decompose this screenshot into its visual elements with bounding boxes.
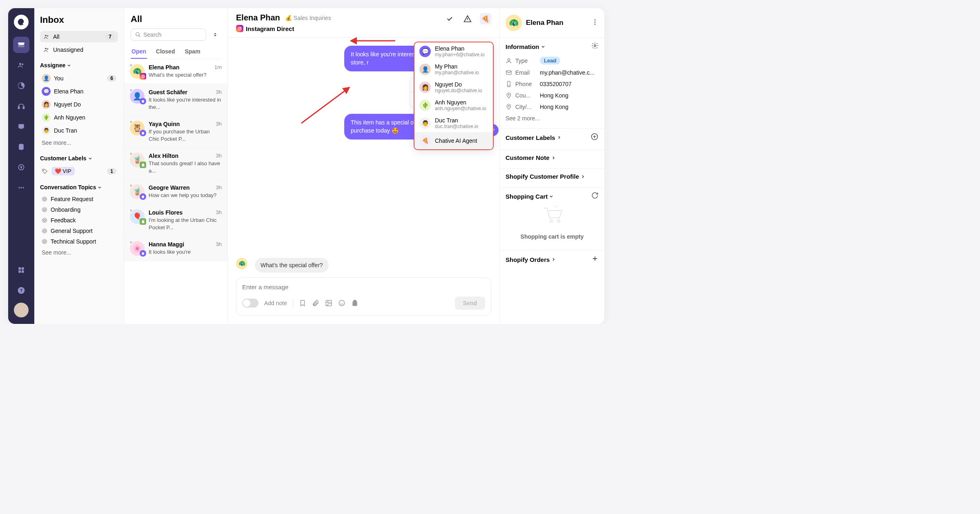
- add-order-button[interactable]: [591, 255, 599, 264]
- assignee-item[interactable]: 👨Duc Tran: [40, 124, 118, 137]
- nav-campaigns[interactable]: [13, 118, 29, 135]
- tab-closed[interactable]: Closed: [155, 45, 176, 59]
- nav-reports[interactable]: [13, 78, 29, 94]
- assignee-item[interactable]: 👩Nguyet Do: [40, 98, 118, 111]
- nav-inbox[interactable]: [13, 37, 29, 53]
- svg-point-20: [47, 48, 48, 49]
- nav-data[interactable]: [13, 139, 29, 155]
- conversation-item[interactable]: 🌸Hanna Maggi3hIt looks like you're: [124, 236, 227, 261]
- dropdown-item[interactable]: 🍕Chative AI Agent: [414, 132, 493, 149]
- inbox-scope-all[interactable]: All7: [40, 31, 118, 42]
- assignee-item[interactable]: 💬Elena Phan: [40, 85, 118, 98]
- dropdown-avatar: 👩: [419, 82, 431, 93]
- note-toggle[interactable]: [242, 299, 258, 308]
- labels-section[interactable]: Customer Labels: [506, 134, 561, 141]
- assign-agent-button[interactable]: 🍕: [480, 13, 491, 24]
- topic-item[interactable]: Onboarding: [40, 204, 118, 215]
- nav-headset[interactable]: [13, 98, 29, 114]
- conversation-item[interactable]: 👤Guest Schäfer3hIt looks like you're int…: [124, 84, 227, 116]
- nav-user-avatar[interactable]: [14, 303, 29, 317]
- assignee-section-title[interactable]: Assignee: [40, 62, 118, 69]
- search-input[interactable]: Search: [131, 29, 206, 41]
- image-icon[interactable]: [325, 299, 332, 307]
- svg-point-25: [42, 208, 47, 212]
- message-input[interactable]: [242, 284, 485, 290]
- inbox-scope-unassigned[interactable]: Unassigned: [40, 44, 118, 55]
- convlist-title: All: [131, 14, 221, 24]
- label-vip[interactable]: ❤️ VIP 1: [40, 165, 118, 177]
- info-see-more[interactable]: See 2 more...: [506, 113, 599, 124]
- nav-apps[interactable]: [13, 262, 29, 278]
- instagram-icon: [236, 25, 243, 32]
- contact-menu-button[interactable]: [591, 18, 599, 27]
- svg-rect-3: [18, 107, 20, 109]
- shopify-icon[interactable]: [351, 299, 359, 307]
- nav-help[interactable]: ?: [13, 282, 29, 299]
- conversation-item[interactable]: 🎈Louis Flores3hI'm looking at the Urban …: [124, 204, 227, 236]
- topics-section-title[interactable]: Conversation Topics: [40, 184, 118, 191]
- refresh-cart-button[interactable]: [591, 192, 599, 201]
- info-section-title[interactable]: Information: [506, 43, 545, 50]
- nav-more[interactable]: [13, 179, 29, 196]
- shopify-profile-section[interactable]: Shopify Customer Profile: [506, 173, 585, 180]
- topic-item[interactable]: General Support: [40, 226, 118, 236]
- svg-point-51: [508, 85, 509, 86]
- cart-section[interactable]: Shopping Cart: [506, 193, 553, 200]
- people-icon: [43, 33, 50, 40]
- contact-name: Elena Phan: [526, 19, 587, 27]
- info-settings-button[interactable]: [591, 42, 599, 51]
- app-logo[interactable]: [14, 15, 29, 29]
- chevron-right-icon: [581, 175, 585, 179]
- dropdown-item[interactable]: 🌵Anh Nguyenanh.nguyen@chative.io: [414, 96, 493, 114]
- svg-rect-5: [18, 124, 24, 128]
- conversation-item[interactable]: 🧋Alex Hilton3hThat sounds great! I also …: [124, 148, 227, 179]
- labels-section-title[interactable]: Customer Labels: [40, 155, 118, 162]
- sort-button[interactable]: [209, 29, 221, 40]
- assignee-item[interactable]: 🌵Anh Nguyen: [40, 111, 118, 124]
- svg-point-10: [22, 187, 24, 188]
- dropdown-item[interactable]: 💬Elena Phanmy.phan+6@chative.io: [414, 42, 493, 60]
- nav-automation[interactable]: [13, 159, 29, 175]
- svg-rect-14: [22, 270, 24, 273]
- topic-item[interactable]: Feature Request: [40, 194, 118, 204]
- nav-contacts[interactable]: [13, 57, 29, 73]
- dropdown-item[interactable]: 👤My Phanmy.phan@chative.io: [414, 60, 493, 78]
- chat-topic[interactable]: 💰Sales Inquiries: [285, 15, 331, 21]
- inbox-title: Inbox: [40, 15, 118, 25]
- bookmark-icon[interactable]: [299, 299, 306, 307]
- assignee-item[interactable]: 👤You6: [40, 72, 118, 85]
- message-user-reply: What's the special offer?: [255, 258, 329, 273]
- conversation-item[interactable]: 🦉Yaya Quinn3hIf you purchase the Urban C…: [124, 116, 227, 148]
- assignee-avatar: 👨: [42, 126, 51, 135]
- vip-count: 1: [107, 168, 116, 175]
- svg-point-47: [594, 45, 596, 47]
- conversation-item[interactable]: 🧋Geogre Warren3hHow can we help you toda…: [124, 179, 227, 204]
- dropdown-avatar: 🍕: [419, 135, 431, 146]
- topics-see-more[interactable]: See more...: [40, 247, 118, 258]
- assignee-see-more[interactable]: See more...: [40, 137, 118, 148]
- dropdown-item[interactable]: 👩Nguyet Donguyet.do@chative.io: [414, 78, 493, 96]
- add-label-button[interactable]: [590, 133, 599, 142]
- dropdown-item[interactable]: 👨Duc Tranduc.tran@chative.io: [414, 114, 493, 132]
- tab-spam[interactable]: Spam: [184, 45, 201, 59]
- orders-section[interactable]: Shopify Orders: [506, 256, 555, 263]
- note-section[interactable]: Customer Note: [506, 154, 555, 161]
- attachment-icon[interactable]: [312, 299, 319, 307]
- topic-icon: [42, 207, 47, 213]
- warning-button[interactable]: [462, 13, 473, 24]
- dropdown-avatar: 💬: [419, 46, 431, 57]
- assignee-avatar: 👤: [42, 74, 51, 83]
- chat-panel: Elena Phan 💰Sales Inquiries Instagram Di…: [228, 8, 500, 324]
- topic-icon: [42, 196, 47, 202]
- resolve-button[interactable]: [444, 13, 455, 24]
- assignee-avatar: 💬: [42, 87, 51, 96]
- tab-open[interactable]: Open: [131, 45, 147, 59]
- chevron-down-icon: [88, 156, 92, 160]
- conversation-item[interactable]: 🦚Elena Phan1mWhat's the special offer?: [124, 59, 227, 84]
- topic-item[interactable]: Technical Support: [40, 236, 118, 247]
- send-button[interactable]: Send: [455, 297, 485, 310]
- topic-item[interactable]: Feedback: [40, 215, 118, 226]
- svg-point-19: [45, 48, 47, 49]
- emoji-icon[interactable]: [338, 299, 345, 307]
- chat-channel[interactable]: Instagram Direct: [236, 25, 331, 32]
